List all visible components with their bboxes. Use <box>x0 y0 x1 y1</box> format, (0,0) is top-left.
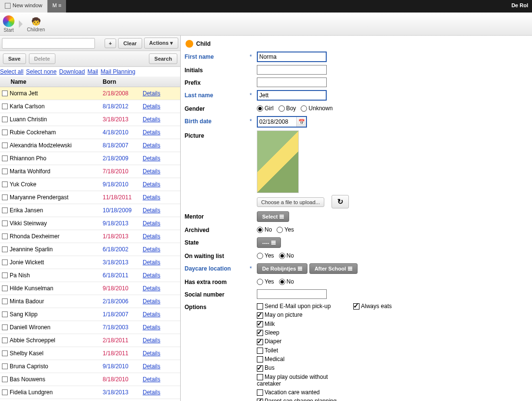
details-link[interactable]: Details <box>143 194 160 201</box>
table-row[interactable]: Hilde Kunselman9/18/2010Details <box>0 282 180 295</box>
birth-date-input[interactable] <box>258 117 296 127</box>
details-link[interactable]: Details <box>143 207 160 214</box>
social-input[interactable] <box>257 289 327 299</box>
table-row[interactable]: Rhiannon Pho2/18/2009Details <box>0 152 180 165</box>
col-name[interactable]: Name <box>10 78 103 85</box>
daycare-2[interactable]: After School <box>309 263 358 274</box>
row-checkbox[interactable] <box>2 129 8 135</box>
row-checkbox[interactable] <box>2 324 8 330</box>
last-name-input[interactable] <box>257 90 327 101</box>
table-row[interactable]: Jonie Wickett3/18/2013Details <box>0 256 180 269</box>
row-checkbox[interactable] <box>2 91 8 96</box>
row-checkbox[interactable] <box>2 168 8 174</box>
table-row[interactable]: Alexandria Modzelewski8/18/2007Details <box>0 139 180 152</box>
gender-boy[interactable]: Boy <box>279 105 296 112</box>
table-row[interactable]: Shelby Kasel1/18/2011Details <box>0 347 180 360</box>
row-checkbox[interactable] <box>2 194 8 200</box>
details-link[interactable]: Details <box>143 259 160 266</box>
opt-parent[interactable]: Parent can change planning <box>257 397 353 401</box>
opt-outside[interactable]: May play outside without caretaker <box>257 373 353 388</box>
details-link[interactable]: Details <box>143 311 160 318</box>
row-checkbox[interactable] <box>2 298 8 304</box>
row-checkbox[interactable] <box>2 142 8 148</box>
opt-milk[interactable]: Milk <box>257 320 353 328</box>
row-checkbox[interactable] <box>2 207 8 213</box>
table-row[interactable]: Sang Klipp1/18/2007Details <box>0 308 180 321</box>
select-none-link[interactable]: Select none <box>26 68 56 75</box>
table-row[interactable]: Minta Badour2/18/2006Details <box>0 295 180 308</box>
add-button[interactable]: + <box>105 39 116 48</box>
table-row[interactable]: Jeannine Sparlin6/18/2002Details <box>0 243 180 256</box>
row-checkbox[interactable] <box>2 116 8 122</box>
mentor-select[interactable]: Select <box>257 211 289 222</box>
search-button[interactable]: Search <box>149 53 177 64</box>
table-row[interactable]: Erika Jansen10/18/2009Details <box>0 204 180 217</box>
gender-girl[interactable]: Girl <box>257 105 274 112</box>
extra-yes[interactable]: Yes <box>257 278 274 285</box>
opt-toilet[interactable]: Toilet <box>257 346 353 355</box>
table-row[interactable]: Vikki Steinway9/18/2013Details <box>0 217 180 230</box>
state-select[interactable]: ---- <box>257 237 281 248</box>
calendar-icon[interactable]: 📅 <box>296 117 306 127</box>
details-link[interactable]: Details <box>143 337 160 344</box>
details-link[interactable]: Details <box>143 298 160 305</box>
waiting-no[interactable]: No <box>279 252 294 259</box>
table-row[interactable]: Yuk Croke9/18/2010Details <box>0 178 180 191</box>
row-checkbox[interactable] <box>2 350 8 356</box>
row-checkbox[interactable] <box>2 155 8 161</box>
save-button[interactable]: Save <box>3 53 26 64</box>
delete-button[interactable]: Delete <box>29 53 55 64</box>
row-checkbox[interactable] <box>2 233 8 239</box>
download-link[interactable]: Download <box>59 68 85 75</box>
row-checkbox[interactable] <box>2 220 8 226</box>
row-checkbox[interactable] <box>2 246 8 252</box>
daycare-1[interactable]: De Robijntjes <box>257 263 307 274</box>
table-row[interactable]: Marita Wohlford7/18/2010Details <box>0 165 180 178</box>
crumb-children[interactable]: 🧒 Children <box>24 15 48 32</box>
row-checkbox[interactable] <box>2 259 8 265</box>
details-link[interactable]: Details <box>143 376 160 383</box>
row-checkbox[interactable] <box>2 181 8 187</box>
tab-m[interactable]: M ≡ <box>48 0 66 13</box>
actions-button[interactable]: Actions ▾ <box>144 38 178 49</box>
details-link[interactable]: Details <box>143 272 160 279</box>
row-checkbox[interactable] <box>2 103 8 109</box>
col-born[interactable]: Born <box>103 78 143 85</box>
mail-planning-link[interactable]: Mail Planning <box>101 68 135 75</box>
table-row[interactable]: Daniell Wironen7/18/2003Details <box>0 321 180 334</box>
details-link[interactable]: Details <box>143 116 160 123</box>
details-link[interactable]: Details <box>143 350 160 357</box>
details-link[interactable]: Details <box>143 181 160 188</box>
details-link[interactable]: Details <box>143 103 160 110</box>
details-link[interactable]: Details <box>143 363 160 370</box>
select-all-link[interactable]: Select all <box>0 68 24 75</box>
archived-no[interactable]: No <box>257 226 272 233</box>
opt-vacation[interactable]: Vacation care wanted <box>257 388 353 397</box>
details-link[interactable]: Details <box>143 155 160 162</box>
tab-new-window[interactable]: New window <box>0 0 48 13</box>
details-link[interactable]: Details <box>143 233 160 240</box>
first-name-input[interactable] <box>257 52 327 62</box>
details-link[interactable]: Details <box>143 129 160 136</box>
row-checkbox[interactable] <box>2 285 8 291</box>
opt-diaper[interactable]: Diaper <box>257 337 353 346</box>
table-row[interactable]: Abbie Schroeppel2/18/2011Details <box>0 334 180 347</box>
table-row[interactable]: Maryanne Prendergast11/18/2011Details <box>0 191 180 204</box>
extra-no[interactable]: No <box>279 278 294 285</box>
mail-link[interactable]: Mail <box>88 68 98 75</box>
details-link[interactable]: Details <box>143 142 160 149</box>
clear-button[interactable]: Clear <box>118 38 142 49</box>
details-link[interactable]: Details <box>143 389 160 396</box>
row-checkbox[interactable] <box>2 389 8 395</box>
details-link[interactable]: Details <box>143 324 160 331</box>
details-link[interactable]: Details <box>143 90 160 97</box>
search-input[interactable] <box>2 38 95 49</box>
waiting-yes[interactable]: Yes <box>257 252 274 259</box>
upload-button[interactable]: Choose a file to upload... <box>257 197 324 207</box>
details-link[interactable]: Details <box>143 220 160 227</box>
opt-email[interactable]: Send E-Mail upon pick-up <box>257 302 353 310</box>
details-link[interactable]: Details <box>143 285 160 292</box>
opt-picture[interactable]: May on picture <box>257 310 353 319</box>
table-row[interactable]: Luann Christin3/18/2013Details <box>0 113 180 126</box>
table-row[interactable]: Rubie Cockreham4/18/2010Details <box>0 126 180 139</box>
